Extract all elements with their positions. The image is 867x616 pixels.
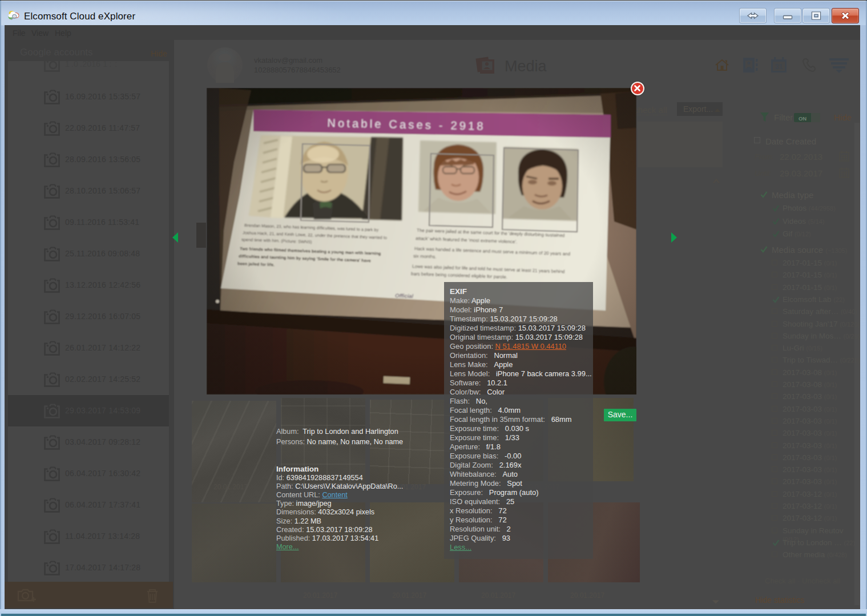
svg-text:31: 31: [775, 63, 783, 71]
